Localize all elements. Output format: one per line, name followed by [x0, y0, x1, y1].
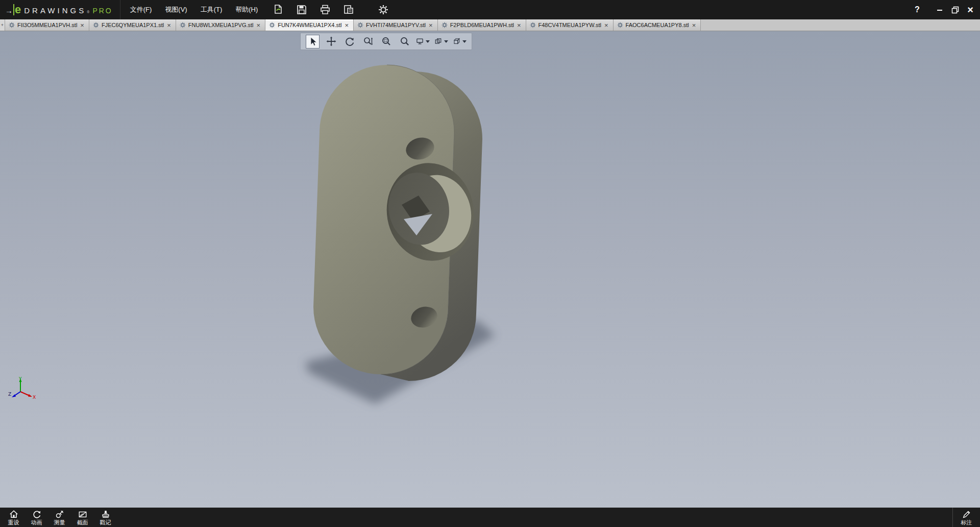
tab-label: FAOC6ACMEUA1PY8.stl	[626, 22, 689, 28]
display-mode-button[interactable]	[416, 35, 430, 49]
tab-close-icon[interactable]: ×	[80, 22, 85, 29]
monitor-icon	[416, 36, 424, 46]
tab-close-icon[interactable]: ×	[344, 22, 349, 29]
zoom-area-icon	[381, 36, 391, 46]
logo-name: DRAWINGS	[24, 6, 86, 15]
cube-icon	[453, 36, 460, 46]
section-icon	[78, 510, 87, 519]
app-logo: → e DRAWINGS ® PRO	[0, 4, 120, 15]
tab-file-8[interactable]: FAOC6ACMEUA1PY8.stl ×	[614, 19, 701, 31]
toolbar-label: 截面	[77, 519, 88, 525]
tab-close-icon[interactable]: ×	[256, 22, 261, 29]
rotate-icon	[345, 36, 355, 46]
part-file-icon	[93, 22, 99, 28]
model-flange-render	[0, 31, 980, 508]
select-tool-button[interactable]	[306, 35, 320, 49]
tab-label: FUN7K4WMEUA1PX4.stl	[278, 22, 341, 28]
tab-file-2[interactable]: FJEC6QYMEUA1PX1.stl ×	[89, 19, 176, 31]
print-button[interactable]	[318, 3, 332, 16]
markup-button[interactable]: 标注	[952, 508, 980, 527]
minimize-icon	[936, 6, 943, 13]
tab-label: F48CV4TMEUA1PYW.stl	[538, 22, 601, 28]
close-button[interactable]: ×	[963, 3, 978, 17]
rotate-tool-button[interactable]	[342, 35, 356, 49]
tab-overflow-button[interactable]: +	[0, 19, 5, 31]
part-file-icon	[180, 22, 186, 28]
save-button[interactable]	[295, 3, 308, 16]
appearance-icon	[434, 36, 442, 46]
tab-label: FVHTI74MEUA1PYV.stl	[366, 22, 426, 28]
viewport-3d[interactable]: Y X Z	[0, 31, 980, 508]
open-refresh-button[interactable]	[272, 3, 285, 16]
tab-file-1[interactable]: FII3O5MMEUA1PVH.stl ×	[5, 19, 89, 31]
tab-file-3[interactable]: FNU8WLXMEUA1PVG.stl ×	[176, 19, 265, 31]
cursor-icon	[308, 36, 318, 46]
tab-label: F2PBLD6MEUA1PWH.stl	[450, 22, 514, 28]
section-button[interactable]: 截面	[71, 508, 94, 527]
gear-icon	[378, 4, 389, 15]
zoom-area-tool-button[interactable]	[379, 35, 393, 49]
animation-icon	[32, 510, 41, 519]
pan-icon	[326, 36, 336, 46]
zoom-fit-icon	[363, 36, 373, 46]
restore-button[interactable]	[947, 3, 963, 17]
triad-y-label: Y	[18, 376, 22, 381]
tab-close-icon[interactable]: ×	[166, 22, 172, 29]
help-button[interactable]: ?	[910, 3, 925, 17]
part-file-icon	[269, 22, 275, 28]
menu-bar: 文件(F) 视图(V) 工具(T) 帮助(H)	[120, 0, 265, 19]
stamp-button[interactable]: 戳记	[94, 508, 117, 527]
home-icon	[9, 510, 18, 519]
part-file-icon	[442, 22, 448, 28]
appearance-button[interactable]	[434, 35, 448, 49]
tab-file-5[interactable]: FVHTI74MEUA1PYV.stl ×	[354, 19, 438, 31]
logo-arrow-icon: →	[5, 6, 13, 15]
tab-close-icon[interactable]: ×	[692, 22, 697, 29]
menu-view[interactable]: 视图(V)	[158, 0, 193, 19]
print-preview-icon	[343, 4, 354, 15]
orientation-triad: Y X Z	[8, 376, 37, 400]
toolbar-label: 标注	[961, 519, 972, 525]
tab-file-6[interactable]: F2PBLD6MEUA1PWH.stl ×	[438, 19, 526, 31]
zoom-tool-button[interactable]	[398, 35, 411, 49]
print-icon	[320, 4, 331, 15]
triad-x-label: X	[33, 395, 36, 400]
tab-close-icon[interactable]: ×	[604, 22, 609, 29]
chevron-down-icon	[462, 40, 467, 43]
tab-label: FJEC6QYMEUA1PX1.stl	[102, 22, 164, 28]
zoom-fit-tool-button[interactable]	[361, 35, 375, 49]
menu-help[interactable]: 帮助(H)	[229, 0, 264, 19]
view-orientation-button[interactable]	[453, 35, 467, 49]
settings-button[interactable]	[377, 3, 390, 16]
toolbar-label: 测量	[54, 519, 65, 525]
logo-e: e	[13, 4, 21, 15]
tab-close-icon[interactable]: ×	[428, 22, 433, 29]
toolbar-label: 戳记	[100, 519, 111, 525]
save-icon	[296, 4, 307, 15]
reset-button[interactable]: 重设	[2, 508, 25, 527]
tab-file-7[interactable]: F48CV4TMEUA1PYW.stl ×	[526, 19, 614, 31]
minimize-button[interactable]	[932, 3, 947, 17]
part-file-icon	[9, 22, 15, 28]
tab-close-icon[interactable]: ×	[517, 22, 522, 29]
tab-file-4-active[interactable]: FUN7K4WMEUA1PX4.stl ×	[265, 19, 354, 31]
chevron-down-icon	[444, 40, 448, 43]
logo-pro: PRO	[92, 7, 112, 15]
tab-label: FNU8WLXMEUA1PVG.stl	[188, 22, 254, 28]
stamp-icon	[101, 510, 110, 519]
pencil-icon	[962, 510, 971, 519]
restore-icon	[951, 6, 959, 14]
menu-file[interactable]: 文件(F)	[124, 0, 159, 19]
title-bar: → e DRAWINGS ® PRO 文件(F) 视图(V) 工具(T) 帮助(…	[0, 0, 980, 19]
pan-tool-button[interactable]	[324, 35, 338, 49]
tab-label: FII3O5MMEUA1PVH.stl	[17, 22, 77, 28]
toolbar-label: 动画	[31, 519, 42, 525]
menu-tools[interactable]: 工具(T)	[194, 0, 229, 19]
measure-button[interactable]: 测量	[48, 508, 71, 527]
part-file-icon	[617, 22, 623, 28]
animation-button[interactable]: 动画	[25, 508, 48, 527]
print-preview-button[interactable]	[342, 3, 355, 16]
triad-z-label: Z	[8, 392, 11, 397]
measure-icon	[55, 510, 64, 519]
bottombar-spacer	[117, 508, 952, 527]
